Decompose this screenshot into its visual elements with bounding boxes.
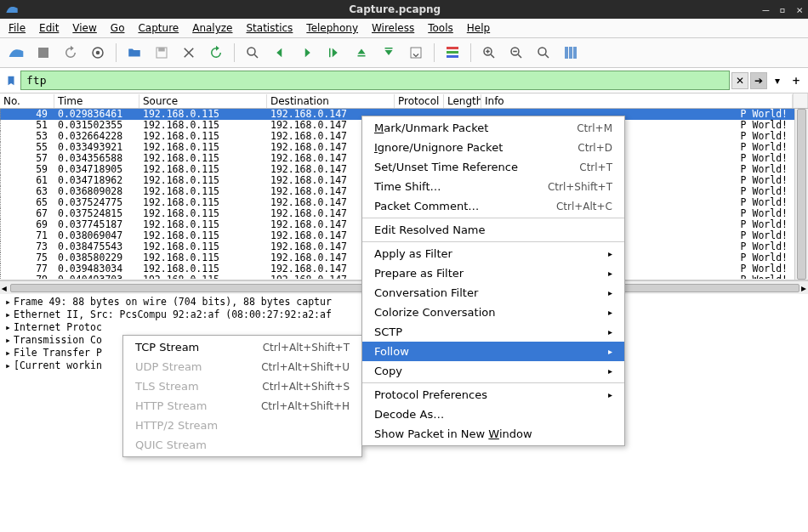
auto-scroll-icon[interactable] (405, 42, 427, 64)
filter-add-button[interactable]: + (788, 72, 805, 89)
menu-tools[interactable]: Tools (428, 22, 453, 34)
cm-time-reference[interactable]: Set/Unset Time ReferenceCtrl+T (362, 157, 624, 177)
cm-show-in-new-window[interactable]: Show Packet in New Window (362, 424, 624, 444)
menu-wireless[interactable]: Wireless (372, 22, 414, 34)
svg-rect-16 (565, 47, 568, 59)
resize-columns-icon[interactable] (560, 42, 582, 64)
cm-apply-as-filter[interactable]: Apply as Filter▸ (362, 244, 624, 263)
filter-apply-button[interactable]: ➔ (750, 72, 767, 89)
submenu-tcp-stream[interactable]: TCP StreamCtrl+Alt+Shift+T (123, 337, 361, 357)
cm-mark-packet[interactable]: Mark/Unmark PacketCtrl+M (362, 118, 624, 138)
jump-to-icon[interactable] (323, 42, 345, 64)
find-packet-icon[interactable] (242, 42, 264, 64)
submenu-http-stream: HTTP StreamCtrl+Alt+Shift+H (123, 396, 361, 416)
svg-rect-17 (569, 47, 572, 59)
cm-sctp[interactable]: SCTP▸ (362, 322, 624, 342)
filter-bar: ✕ ➔ ▾ + (0, 68, 808, 93)
menu-view[interactable]: View (72, 22, 96, 34)
packet-context-menu: Mark/Unmark PacketCtrl+M Ignore/Unignore… (361, 116, 625, 446)
go-first-icon[interactable] (350, 42, 373, 64)
open-file-icon[interactable] (123, 42, 145, 64)
menu-telephony[interactable]: Telephony (306, 22, 358, 34)
window-buttons: – ▫ × (763, 3, 803, 16)
go-forward-icon[interactable] (296, 42, 318, 64)
cm-prepare-as-filter[interactable]: Prepare as Filter▸ (362, 263, 624, 283)
start-capture-icon[interactable] (5, 42, 27, 64)
cm-protocol-preferences[interactable]: Protocol Preferences▸ (362, 385, 624, 405)
follow-submenu: TCP StreamCtrl+Alt+Shift+T UDP StreamCtr… (122, 335, 362, 457)
cm-colorize-conversation[interactable]: Colorize Conversation▸ (362, 303, 624, 322)
svg-rect-10 (447, 47, 458, 49)
window-title: Capture.pcapng (27, 3, 763, 15)
save-file-icon[interactable] (151, 42, 173, 64)
menu-go[interactable]: Go (111, 22, 125, 34)
zoom-out-icon[interactable] (505, 42, 527, 64)
go-last-icon[interactable] (378, 42, 400, 64)
minimize-button[interactable]: – (763, 3, 770, 16)
svg-rect-6 (329, 48, 331, 58)
cm-packet-comment[interactable]: Packet Comment…Ctrl+Alt+C (362, 196, 624, 216)
svg-rect-12 (447, 55, 458, 58)
capture-options-icon[interactable] (87, 42, 109, 64)
close-file-icon[interactable] (178, 42, 200, 64)
titlebar: Capture.pcapng – ▫ × (0, 0, 808, 19)
cm-follow[interactable]: Follow▸ (362, 342, 624, 361)
restart-capture-icon[interactable] (60, 42, 82, 64)
col-protocol[interactable]: Protocol (395, 94, 444, 108)
toolbar (0, 38, 808, 68)
svg-point-5 (248, 48, 255, 55)
packet-list-vscrollbar[interactable] (794, 109, 808, 280)
svg-rect-7 (358, 55, 366, 57)
menu-capture[interactable]: Capture (138, 22, 179, 34)
cm-decode-as[interactable]: Decode As… (362, 405, 624, 424)
cm-time-shift[interactable]: Time Shift…Ctrl+Shift+T (362, 177, 624, 196)
submenu-http2-stream: HTTP/2 Stream (123, 416, 361, 435)
filter-dropdown-button[interactable]: ▾ (769, 72, 786, 89)
col-no[interactable]: No. (0, 94, 54, 108)
svg-rect-8 (385, 48, 393, 49)
menu-statistics[interactable]: Statistics (246, 22, 293, 34)
col-source[interactable]: Source (139, 94, 267, 108)
col-destination[interactable]: Destination (267, 94, 395, 108)
go-back-icon[interactable] (269, 42, 291, 64)
filter-clear-button[interactable]: ✕ (731, 72, 748, 89)
svg-rect-0 (38, 48, 48, 58)
cm-conversation-filter[interactable]: Conversation Filter▸ (362, 283, 624, 303)
submenu-udp-stream: UDP StreamCtrl+Alt+Shift+U (123, 357, 361, 376)
stop-capture-icon[interactable] (32, 42, 54, 64)
menu-help[interactable]: Help (467, 22, 490, 34)
col-length[interactable]: Length (444, 94, 481, 108)
svg-rect-4 (158, 48, 165, 52)
svg-rect-11 (447, 51, 458, 54)
col-time[interactable]: Time (54, 94, 139, 108)
close-button[interactable]: × (796, 3, 803, 16)
col-info[interactable]: Info (481, 94, 793, 108)
packet-list-header: No. Time Source Destination Protocol Len… (0, 93, 808, 109)
svg-point-2 (96, 51, 100, 55)
display-filter-input[interactable] (20, 71, 730, 90)
menu-analyze[interactable]: Analyze (192, 22, 232, 34)
colorize-icon[interactable] (441, 42, 464, 64)
submenu-quic-stream: QUIC Stream (123, 435, 361, 455)
zoom-in-icon[interactable] (478, 42, 500, 64)
cm-edit-resolved-name[interactable]: Edit Resolved Name (362, 220, 624, 240)
wireshark-icon (5, 3, 19, 16)
zoom-reset-icon[interactable] (532, 42, 555, 64)
svg-point-15 (538, 48, 546, 55)
cm-ignore-packet[interactable]: Ignore/Unignore PacketCtrl+D (362, 138, 624, 157)
reload-file-icon[interactable] (205, 42, 227, 64)
svg-rect-18 (573, 47, 577, 59)
submenu-tls-stream: TLS StreamCtrl+Alt+Shift+S (123, 376, 361, 396)
menu-edit[interactable]: Edit (39, 22, 59, 34)
cm-copy[interactable]: Copy▸ (362, 361, 624, 381)
menubar: File Edit View Go Capture Analyze Statis… (0, 19, 808, 38)
maximize-button[interactable]: ▫ (779, 3, 786, 16)
filter-bookmark-icon[interactable] (3, 73, 19, 88)
menu-file[interactable]: File (9, 22, 26, 34)
